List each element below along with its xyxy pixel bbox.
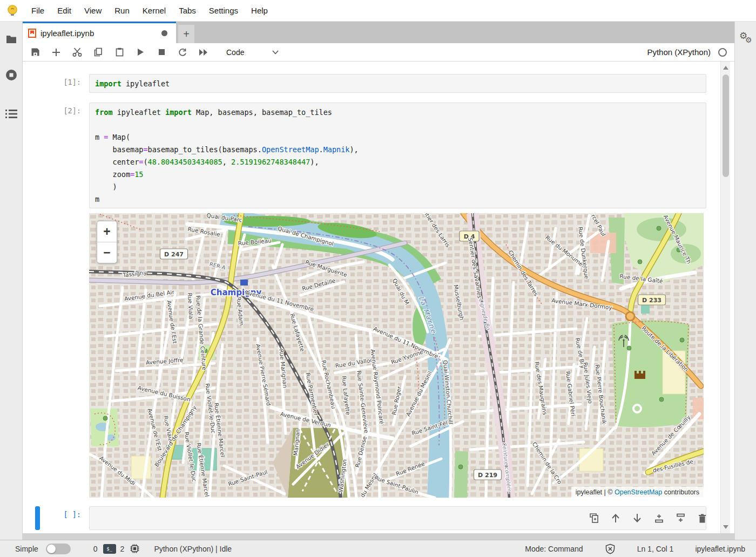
- trust-shield-icon[interactable]: [605, 544, 616, 554]
- cell-type-value: Code: [226, 48, 244, 57]
- file-browser-icon[interactable]: [4, 32, 18, 46]
- move-cell-down-button[interactable]: [626, 510, 648, 527]
- interrupt-kernel-button[interactable]: [153, 45, 170, 60]
- horizontal-scroll-strip: [23, 533, 734, 540]
- cell-prompt: [ ]:: [48, 510, 81, 519]
- kernels-count[interactable]: 2: [120, 545, 125, 553]
- scrollbar-thumb[interactable]: [723, 74, 729, 177]
- simple-mode-label: Simple: [15, 545, 38, 553]
- kernel-name: Python (XPython): [647, 47, 711, 57]
- notebook-scrollbar[interactable]: [720, 62, 730, 533]
- notebook-toolbar: Code Python (XPython): [23, 43, 734, 62]
- dock-panel: ipyleaflet.ipynb +: [23, 22, 734, 540]
- left-sidebar: [0, 22, 23, 540]
- gear-icon: ⚙: [745, 36, 752, 44]
- ipyleaflet-map-output[interactable]: D 247D 4D 233D 219Quai du ParcRue Rosali…: [89, 213, 704, 498]
- terminals-count[interactable]: 0: [93, 545, 98, 553]
- attribution-prefix: ipyleaflet | ©: [576, 488, 615, 496]
- terminal-icon-glyph: $_: [106, 546, 112, 552]
- cell-prompt: [1]:: [48, 78, 81, 86]
- menu-view[interactable]: View: [78, 0, 108, 22]
- menu-file[interactable]: File: [25, 0, 51, 22]
- code-cell-input[interactable]: import ipyleaflet: [89, 74, 706, 93]
- menu-help[interactable]: Help: [245, 0, 274, 22]
- save-button[interactable]: [27, 45, 43, 60]
- duplicate-cell-button[interactable]: [583, 510, 605, 527]
- paste-cells-button[interactable]: [111, 45, 127, 60]
- mode-indicator[interactable]: Mode: Command: [525, 545, 583, 553]
- notebook-content: [1]: import ipyleaflet [2]: from ipyleaf…: [23, 62, 734, 533]
- cut-cells-button[interactable]: [69, 45, 85, 60]
- simple-mode-toggle[interactable]: [46, 544, 71, 554]
- menu-tabs[interactable]: Tabs: [172, 0, 202, 22]
- property-inspector-icon[interactable]: ⚙ ⚙: [739, 30, 754, 47]
- tab-bar: ipyleaflet.ipynb +: [23, 22, 734, 43]
- terminal-icon[interactable]: $_: [103, 544, 116, 554]
- scroll-down-arrow[interactable]: [723, 525, 728, 529]
- app-logo[interactable]: [0, 4, 25, 18]
- openstreetmap-link[interactable]: OpenStreetMap: [615, 488, 662, 496]
- right-sidebar: ⚙ ⚙: [734, 22, 756, 540]
- road-ref-badge: D 247: [160, 249, 188, 259]
- menu-bar: File Edit View Run Kernel Tabs Settings …: [0, 0, 756, 22]
- insert-cell-below-button[interactable]: [670, 510, 691, 527]
- kernel-indicator[interactable]: Python (XPython): [647, 47, 734, 57]
- delete-cell-button[interactable]: [691, 510, 713, 527]
- run-all-cells-button[interactable]: [195, 45, 212, 60]
- map-tiles: D 247D 4D 233D 219Quai du ParcRue Rosali…: [89, 213, 704, 498]
- kernel-chip-icon[interactable]: [130, 544, 140, 554]
- kernel-status-icon: [718, 48, 727, 57]
- scroll-up-arrow[interactable]: [723, 66, 728, 70]
- attribution-suffix: contributors: [662, 488, 699, 496]
- running-sessions-icon[interactable]: [4, 68, 18, 82]
- zoom-in-button[interactable]: +: [97, 221, 117, 242]
- code-cell-input[interactable]: from ipyleaflet import Map, basemaps, ba…: [89, 103, 706, 208]
- jupyterlite-logo-icon: [6, 4, 18, 18]
- copy-cells-button[interactable]: [90, 45, 106, 60]
- notebook-file-icon: [28, 29, 36, 38]
- line-col-indicator[interactable]: Ln 1, Col 1: [637, 545, 674, 553]
- svg-text:D 247: D 247: [164, 251, 184, 258]
- move-cell-up-button[interactable]: [605, 510, 626, 527]
- map-zoom-control: + −: [97, 221, 117, 263]
- menu-edit[interactable]: Edit: [51, 0, 78, 22]
- road-ref-badge: D 233: [638, 295, 666, 305]
- insert-cell-above-button[interactable]: [648, 510, 670, 527]
- restart-kernel-button[interactable]: [174, 45, 191, 60]
- road-ref-badge: D 219: [474, 470, 502, 480]
- insert-cell-button[interactable]: [48, 45, 64, 60]
- map-attribution: ipyleaflet | © OpenStreetMap contributor…: [571, 487, 704, 498]
- station-marker: [240, 280, 248, 286]
- svg-text:D 233: D 233: [642, 297, 662, 304]
- menu-kernel[interactable]: Kernel: [136, 0, 172, 22]
- cell-toolbar: [583, 510, 713, 527]
- cell-type-dropdown[interactable]: Code: [226, 48, 279, 57]
- new-tab-button[interactable]: +: [178, 25, 194, 43]
- zoom-out-button[interactable]: −: [97, 242, 117, 263]
- unsaved-changes-dot[interactable]: [161, 30, 167, 36]
- chevron-down-icon: [272, 50, 279, 55]
- svg-text:D 219: D 219: [478, 472, 497, 479]
- table-of-contents-icon[interactable]: [4, 107, 18, 121]
- run-cell-button[interactable]: [132, 45, 148, 60]
- status-filename: ipyleaflet.ipynb: [695, 545, 745, 553]
- menu-settings[interactable]: Settings: [202, 0, 245, 22]
- tab-ipyleaflet-notebook[interactable]: ipyleaflet.ipynb: [23, 22, 176, 43]
- active-cell-collapser[interactable]: [35, 506, 40, 530]
- status-bar: Simple 0 $_ 2 Python (XPython) | Idle Mo…: [0, 540, 756, 557]
- jupyterlab-app: File Edit View Run Kernel Tabs Settings …: [0, 0, 756, 557]
- cell-prompt: [2]:: [48, 106, 81, 115]
- map-roundabout: [626, 312, 634, 321]
- tab-title: ipyleaflet.ipynb: [40, 29, 161, 38]
- menu-run[interactable]: Run: [108, 0, 136, 22]
- kernel-status-text[interactable]: Python (XPython) | Idle: [154, 545, 232, 553]
- castle-icon: [634, 371, 645, 379]
- map-label: Rue Viala: [187, 293, 195, 319]
